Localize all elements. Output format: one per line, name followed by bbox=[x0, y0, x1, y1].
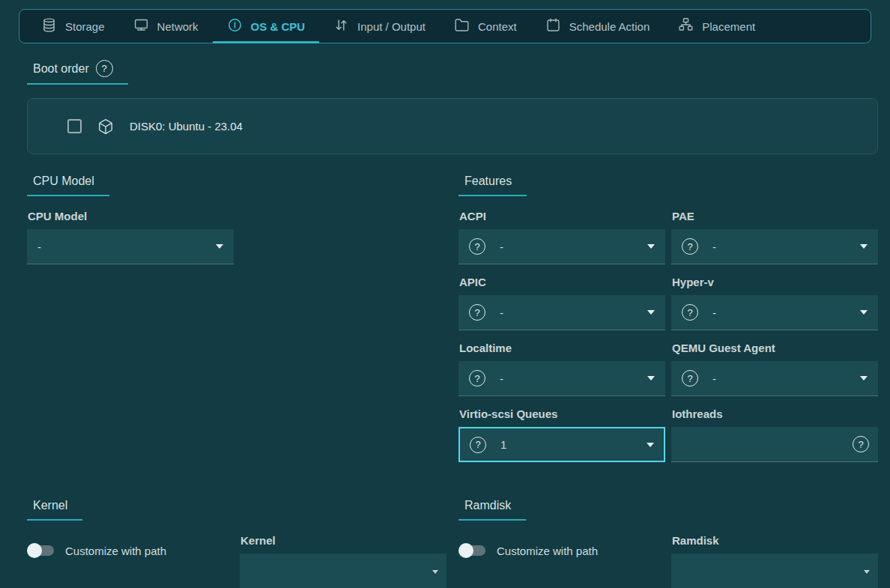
hierarchy-icon bbox=[678, 17, 694, 35]
ramdisk-select[interactable] bbox=[671, 554, 878, 588]
hyperv-select[interactable]: ? - bbox=[671, 295, 878, 330]
iothreads-input[interactable] bbox=[682, 437, 853, 452]
ramdisk-section-title: Ramdisk bbox=[458, 498, 526, 521]
cpu-model-select[interactable]: - bbox=[27, 229, 234, 264]
chevron-down-icon bbox=[432, 570, 438, 574]
ramdisk-section: Ramdisk Customize with path Ramdisk bbox=[458, 482, 878, 588]
help-icon[interactable]: ? bbox=[682, 304, 698, 321]
tab-schedule-action[interactable]: Schedule Action bbox=[531, 10, 665, 43]
chevron-down-icon bbox=[860, 376, 868, 381]
kernel-select[interactable] bbox=[240, 554, 446, 588]
field-label: Kernel bbox=[240, 534, 446, 547]
field-label: Ramdisk bbox=[672, 534, 878, 547]
tab-placement[interactable]: Placement bbox=[664, 10, 769, 43]
help-icon[interactable]: ? bbox=[96, 60, 113, 77]
field-label: Iothreads bbox=[672, 407, 878, 420]
toggle-label: Customize with path bbox=[65, 545, 166, 557]
field-label: ACPI bbox=[459, 210, 665, 222]
package-icon bbox=[97, 118, 114, 135]
chevron-down-icon bbox=[647, 376, 655, 381]
qemu-guest-agent-select[interactable]: ? - bbox=[671, 361, 878, 396]
cpu-model-field: CPU Model - bbox=[27, 210, 234, 264]
boot-order-section-title: Boot order ? bbox=[27, 60, 128, 85]
help-icon[interactable]: ? bbox=[469, 238, 485, 255]
acpi-select[interactable]: ? - bbox=[458, 229, 665, 264]
tab-input-output[interactable]: Input / Output bbox=[319, 10, 440, 43]
field-label: QEMU Guest Agent bbox=[672, 342, 878, 354]
disk-label: DISK0: Ubuntu - 23.04 bbox=[130, 120, 243, 133]
tab-label: Network bbox=[157, 20, 199, 33]
help-icon[interactable]: ? bbox=[469, 304, 485, 321]
tab-os-cpu[interactable]: OS & CPU bbox=[213, 10, 320, 43]
help-icon[interactable]: ? bbox=[469, 370, 485, 387]
tab-label: Schedule Action bbox=[569, 20, 650, 33]
kernel-section: Kernel Customize with path Kernel bbox=[27, 482, 446, 588]
chevron-down-icon bbox=[864, 570, 870, 574]
tab-label: Input / Output bbox=[357, 20, 426, 33]
toggle-knob bbox=[27, 543, 42, 558]
monitor-icon bbox=[133, 17, 149, 35]
feature-field-hyperv: Hyper-v ? - bbox=[671, 276, 878, 330]
boot-order-disk-row[interactable]: DISK0: Ubuntu - 23.04 bbox=[27, 98, 878, 154]
database-icon bbox=[41, 17, 57, 35]
kernel-customize-toggle-row: Customize with path bbox=[27, 534, 234, 558]
tab-bar: Storage Network OS & CPU Input / Output … bbox=[19, 9, 871, 43]
feature-field-pae: PAE ? - bbox=[671, 210, 878, 264]
feature-field-virtio-scsi-queues: Virtio-scsi Queues ? 1 bbox=[458, 407, 665, 462]
feature-field-acpi: ACPI ? - bbox=[458, 210, 665, 264]
select-value: - bbox=[500, 306, 503, 319]
kernel-customize-toggle[interactable] bbox=[27, 543, 55, 558]
help-icon[interactable]: ? bbox=[682, 370, 698, 387]
select-value: - bbox=[712, 372, 716, 385]
tab-label: Storage bbox=[65, 20, 105, 33]
tab-context[interactable]: Context bbox=[440, 10, 531, 43]
select-value: - bbox=[712, 240, 716, 253]
calendar-icon bbox=[545, 17, 561, 35]
os-cpu-panel: Boot order ? DISK0: Ubuntu - 23.04 CPU M… bbox=[27, 43, 878, 588]
chevron-down-icon bbox=[647, 443, 654, 447]
field-label: PAE bbox=[672, 210, 878, 222]
ramdisk-customize-toggle[interactable] bbox=[458, 543, 486, 558]
cpu-model-section-title: CPU Model bbox=[27, 174, 109, 196]
tab-storage[interactable]: Storage bbox=[27, 10, 119, 43]
tab-label: Placement bbox=[702, 20, 755, 33]
toggle-knob bbox=[458, 543, 473, 558]
chevron-down-icon bbox=[647, 310, 655, 315]
tab-label: Context bbox=[478, 20, 517, 33]
features-section-title: Features bbox=[458, 174, 527, 196]
localtime-select[interactable]: ? - bbox=[458, 361, 665, 396]
help-icon[interactable]: ? bbox=[470, 437, 486, 453]
ramdisk-field: Ramdisk bbox=[671, 534, 878, 588]
arrows-up-down-icon bbox=[333, 17, 349, 35]
apic-select[interactable]: ? - bbox=[458, 295, 665, 330]
ramdisk-customize-toggle-row: Customize with path bbox=[458, 534, 665, 558]
select-value: 1 bbox=[500, 438, 506, 451]
vm-settings-page: Storage Network OS & CPU Input / Output … bbox=[0, 0, 890, 588]
select-value: - bbox=[500, 240, 503, 253]
section-title-text: Boot order bbox=[33, 61, 89, 76]
virtio-scsi-queues-select[interactable]: ? 1 bbox=[458, 427, 665, 462]
tab-label: OS & CPU bbox=[251, 20, 306, 33]
toggle-label: Customize with path bbox=[497, 545, 598, 557]
select-value: - bbox=[712, 306, 716, 319]
help-icon[interactable]: ? bbox=[682, 238, 698, 255]
chevron-down-icon bbox=[216, 244, 223, 249]
field-label: APIC bbox=[459, 276, 665, 288]
features-grid: ACPI ? - PAE ? - bbox=[458, 210, 878, 462]
chevron-down-icon bbox=[647, 244, 655, 249]
tab-network[interactable]: Network bbox=[119, 10, 213, 43]
chevron-down-icon bbox=[860, 244, 868, 249]
feature-field-qemu-guest-agent: QEMU Guest Agent ? - bbox=[671, 342, 878, 396]
feature-field-localtime: Localtime ? - bbox=[458, 342, 665, 396]
help-icon[interactable]: ? bbox=[853, 436, 869, 452]
cpu-model-section: CPU Model CPU Model - bbox=[27, 157, 446, 264]
field-label: CPU Model bbox=[28, 210, 234, 222]
feature-field-apic: APIC ? - bbox=[458, 276, 665, 330]
iothreads-input-wrap: ? bbox=[671, 427, 878, 462]
select-value: - bbox=[37, 240, 41, 253]
features-section: Features ACPI ? - PAE ? bbox=[458, 157, 878, 462]
kernel-field: Kernel bbox=[240, 534, 446, 588]
pae-select[interactable]: ? - bbox=[671, 229, 878, 264]
folder-icon bbox=[454, 17, 470, 35]
disk-checkbox[interactable] bbox=[67, 119, 82, 133]
